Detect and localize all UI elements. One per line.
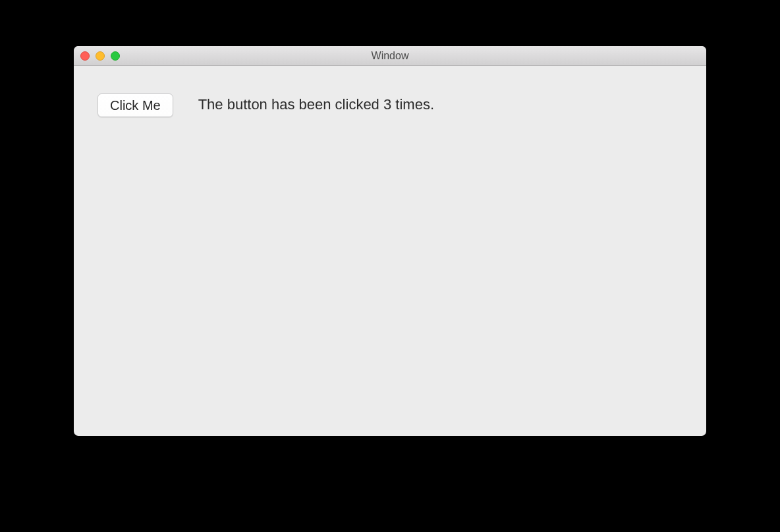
click-me-button[interactable]: Click Me [98,93,173,117]
close-icon[interactable] [80,51,90,61]
titlebar[interactable]: Window [74,46,706,66]
window-controls [80,51,120,61]
window-title: Window [74,50,706,62]
status-label: The button has been clicked 3 times. [198,93,434,113]
app-window: Window Click Me The button has been clic… [74,46,706,436]
zoom-icon[interactable] [111,51,120,61]
content-area: Click Me The button has been clicked 3 t… [74,66,706,436]
minimize-icon[interactable] [96,51,105,61]
